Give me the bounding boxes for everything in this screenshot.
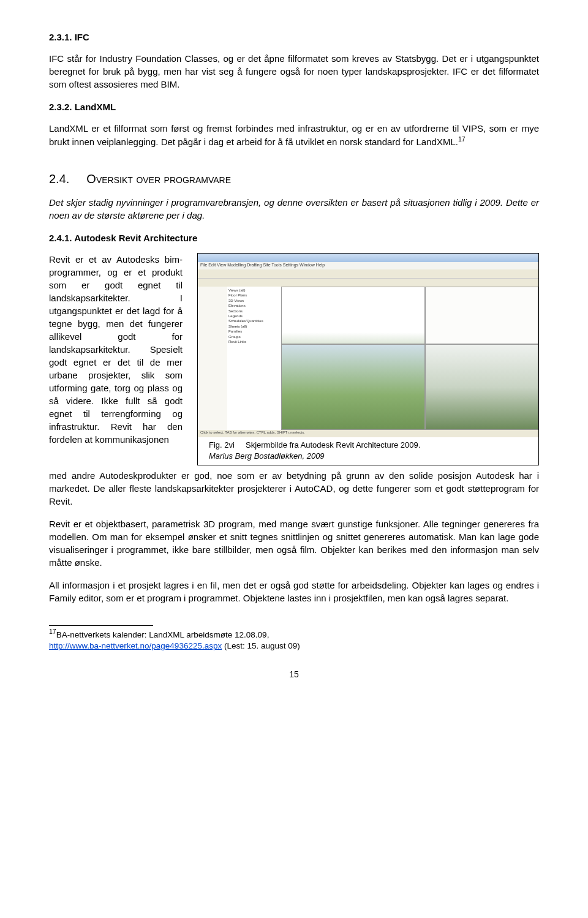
revit-pane-section	[281, 287, 425, 344]
revit-toolbar-1	[198, 269, 538, 278]
heading-ifc: 2.3.1. IFC	[49, 31, 539, 43]
figure-revit-screenshot: File Edit View Modelling Drafting Site T…	[198, 254, 538, 437]
revit-menubar: File Edit View Modelling Drafting Site T…	[198, 262, 538, 269]
revit-viewport	[281, 287, 538, 430]
revit-toolbar-2	[198, 278, 538, 287]
tree-item: Sections	[228, 309, 282, 314]
para-landxml-text: LandXML er et filformat som først og fre…	[49, 123, 539, 147]
figure-revit: File Edit View Modelling Drafting Site T…	[197, 253, 539, 465]
heading-revit: 2.4.1. Autodesk Revit Architecture	[49, 231, 539, 244]
figure-caption-text: Skjermbilde fra Autodesk Revit Architect…	[246, 440, 420, 450]
heading-24-title: Oversikt over programvare	[86, 172, 231, 186]
heading-24: 2.4.Oversikt over programvare	[49, 170, 539, 187]
figure-label: Fig. 2vi	[209, 440, 235, 450]
footnote-text: BA-nettverkets kalender: LandXML arbeids…	[56, 630, 270, 639]
para-landxml: LandXML er et filformat som først og fre…	[49, 122, 539, 148]
figure-source: Marius Berg Bostadløkken, 2009	[209, 451, 527, 462]
revit-statusbar: Click to select, TAB for alternates, CTR…	[198, 430, 538, 437]
footnote-link[interactable]: http://www.ba-nettverket.no/page4936225.…	[49, 641, 222, 650]
intro-24: Det skjer stadig nyvinninger i programva…	[49, 196, 539, 222]
tree-item: Legends	[228, 314, 282, 318]
heading-24-number: 2.4.	[49, 172, 69, 186]
revit-pane-plan	[425, 287, 538, 344]
page-number: 15	[49, 669, 539, 681]
revit-pane-3d	[281, 344, 425, 430]
footnote-number: 17	[49, 628, 56, 635]
footnote-separator	[49, 625, 153, 626]
tree-item: Revit Links	[228, 339, 282, 344]
tree-item: Sheets (all)	[228, 324, 282, 329]
revit-p3: All informasjon i et prosjekt lagres i e…	[49, 579, 539, 604]
revit-pane-detail	[425, 344, 538, 430]
heading-landxml: 2.3.2. LandXML	[49, 100, 539, 113]
footnote-ref-17: 17	[458, 135, 466, 143]
tree-item: 3D Views	[228, 298, 282, 303]
para-ifc: IFC står for Industry Foundation Classes…	[49, 52, 539, 91]
revit-p2: Revit er et objektbasert, parametrisk 3D…	[49, 517, 539, 569]
tree-item: Families	[228, 329, 282, 334]
tree-item: Elevations	[228, 303, 282, 308]
revit-after-text: med andre Autodeskprodukter er god, noe …	[49, 469, 539, 508]
tree-item: Groups	[228, 334, 282, 339]
tree-item: Schedules/Quantities	[228, 318, 282, 323]
revit-titlebar	[198, 254, 538, 262]
revit-column-text: Revit er et av Autodesks bim-programmer,…	[49, 253, 190, 446]
revit-project-browser: Views (all) Floor Plans 3D Views Elevati…	[227, 287, 284, 430]
footnote-17: 17BA-nettverkets kalender: LandXML arbei…	[49, 627, 539, 652]
revit-sidebar	[198, 287, 228, 430]
tree-item: Views (all)	[228, 288, 282, 293]
footnote-tail: (Lest: 15. august 09)	[222, 641, 300, 650]
tree-item: Floor Plans	[228, 293, 282, 298]
figure-caption: Fig. 2vi Skjermbilde fra Autodesk Revit …	[198, 437, 538, 465]
